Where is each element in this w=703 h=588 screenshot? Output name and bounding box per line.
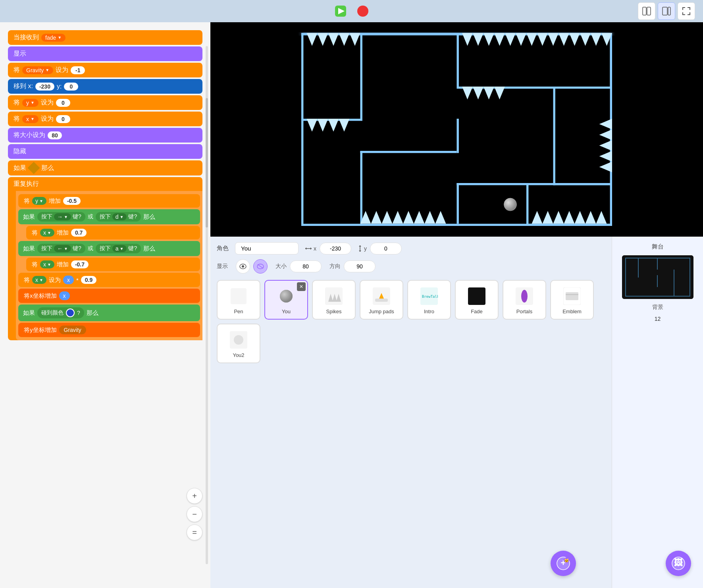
dir-input[interactable]	[344, 260, 376, 272]
bottom-section: 角色 x	[210, 237, 703, 588]
dropdown-y-var[interactable]: y ▼	[32, 197, 46, 205]
block-value-neg07[interactable]: -0.7	[71, 260, 89, 268]
add-stage-button[interactable]: 🖼	[666, 551, 691, 576]
svg-point-103	[234, 335, 243, 345]
add-stage-icon: 🖼	[671, 556, 686, 571]
block-set-x-mult[interactable]: 将 x ▼ 设为 x * 0.9	[18, 273, 200, 287]
block-dropdown-gravity[interactable]: Gravity ▼	[22, 66, 53, 74]
block-change-x-neg07[interactable]: 将 x ▼ 增加 -0.7	[26, 258, 200, 271]
sprite-card-you2[interactable]: You2	[217, 324, 260, 363]
block-value-y0[interactable]: 0	[56, 99, 70, 107]
block-if-color[interactable]: 如果 碰到颜色 ? 那么	[18, 305, 200, 321]
block-change-x-07[interactable]: 将 x ▼ 增加 0.7	[26, 226, 200, 239]
key-a-condition[interactable]: 按下 a▼ 键?	[96, 244, 141, 253]
block-set-y[interactable]: 将 y ▼ 设为 0	[8, 95, 202, 110]
fade-icon	[466, 285, 487, 307]
you-label: You	[282, 308, 291, 314]
zoom-out-button[interactable]: −	[187, 506, 202, 522]
sprite-card-fade[interactable]: Fade	[455, 280, 499, 320]
block-set-size[interactable]: 将大小设为 80	[8, 128, 202, 143]
key-d-condition[interactable]: 按下 d▼ 键?	[96, 212, 141, 222]
sprite-card-spikes[interactable]: Spikes	[312, 280, 356, 320]
block-repeat-header[interactable]: 重复执行	[8, 177, 202, 191]
toolbar-center	[331, 2, 372, 20]
split-view-button[interactable]	[638, 2, 655, 20]
block-show[interactable]: 显示	[8, 46, 202, 61]
svg-marker-79	[359, 251, 361, 252]
block-text-will: 将	[13, 115, 20, 123]
dropdown-x-var2[interactable]: x ▼	[40, 260, 54, 268]
stop-button[interactable]	[354, 2, 372, 20]
eye-hide-button[interactable]	[253, 259, 268, 274]
block-value-x0[interactable]: 0	[56, 115, 70, 123]
sprite-delete-button[interactable]: ✕	[297, 282, 306, 291]
block-if-diamond[interactable]: 如果 那么	[8, 160, 202, 175]
sprite-card-intro[interactable]: BrewTalkr Intro	[407, 280, 451, 320]
block-value-neg05[interactable]: -0.5	[63, 197, 81, 205]
intro-icon: BrewTalkr	[418, 285, 440, 307]
block-oval-x2: x	[59, 291, 70, 300]
size-label: 大小	[275, 263, 287, 270]
scrollbar-thumb[interactable]	[206, 98, 208, 227]
svg-text:BrewTalkr: BrewTalkr	[422, 295, 438, 299]
jumppads-icon	[371, 285, 392, 307]
sprite-card-jumppads[interactable]: Jump pads	[360, 280, 403, 320]
block-value-gravity[interactable]: -1	[71, 66, 85, 74]
block-add-x-coord[interactable]: 将x坐标增加 x	[18, 289, 200, 303]
x-coord-input[interactable]	[320, 243, 351, 254]
block-set-x[interactable]: 将 x ▼ 设为 0	[8, 112, 202, 126]
svg-rect-87	[325, 287, 343, 305]
touch-color-condition[interactable]: 碰到颜色 ?	[37, 307, 84, 318]
key-right-condition[interactable]: 按下 →▼ 键?	[37, 212, 85, 222]
block-value-y[interactable]: 0	[64, 83, 78, 91]
block-value-09[interactable]: 0.9	[81, 276, 96, 284]
block-if-right[interactable]: 如果 按下 →▼ 键? 或 按下 d▼ 键? 那么	[18, 209, 200, 224]
block-value-x[interactable]: -230	[35, 83, 54, 91]
block-set-gravity[interactable]: 将 Gravity ▼ 设为 -1	[8, 63, 202, 77]
dropdown-x-var3[interactable]: x ▼	[32, 276, 46, 284]
block-move-to[interactable]: 移到 x: -230 y: 0	[8, 79, 202, 94]
svg-text:🐱: 🐱	[564, 558, 569, 563]
color-swatch-blue[interactable]	[66, 308, 75, 317]
sprites-grid: Pen ✕	[217, 280, 605, 363]
code-scroll[interactable]: 当接收到 fade ▼ 显示 将 Gravity ▼ 设为 -1	[0, 22, 210, 588]
size-input[interactable]	[290, 260, 322, 272]
sprite-card-portals[interactable]: Portals	[503, 280, 546, 320]
svg-marker-76	[305, 247, 306, 250]
show-label: 显示	[217, 263, 228, 270]
code-panel: 当接收到 fade ▼ 显示 将 Gravity ▼ 设为 -1	[0, 22, 210, 588]
sprite-card-pen[interactable]: Pen	[217, 280, 260, 320]
zoom-in-button[interactable]: +	[187, 488, 202, 504]
arrow-x-icon	[305, 246, 312, 251]
block-value-size[interactable]: 80	[48, 131, 62, 139]
sprite-card-emblem[interactable]: Emblem	[550, 280, 594, 320]
sprite-card-you[interactable]: ✕	[264, 280, 308, 320]
block-dropdown-y[interactable]: y ▼	[22, 99, 39, 107]
dropdown-x-var[interactable]: x ▼	[40, 229, 54, 237]
key-left-condition[interactable]: 按下 ←▼ 键?	[37, 244, 85, 253]
block-dropdown-x[interactable]: x ▼	[22, 115, 39, 123]
fullscreen-button[interactable]	[678, 2, 695, 20]
svg-rect-109	[638, 258, 639, 278]
y-coord-input[interactable]	[370, 243, 402, 254]
block-dropdown-fade[interactable]: fade ▼	[41, 34, 65, 42]
eye-show-button[interactable]	[236, 259, 250, 274]
block-event-receive[interactable]: 当接收到 fade ▼	[8, 30, 202, 45]
stage-thumbnail[interactable]	[622, 255, 693, 299]
stage-panel-title: 舞台	[618, 243, 697, 251]
block-if-left[interactable]: 如果 按下 ←▼ 键? 或 按下 a▼ 键? 那么	[18, 241, 200, 256]
block-value-07[interactable]: 0.7	[71, 229, 87, 237]
sprite-name-input[interactable]	[235, 242, 299, 254]
side-view-button[interactable]	[658, 2, 675, 20]
add-sprite-button[interactable]: + 🐱	[551, 551, 576, 576]
zoom-fit-button[interactable]: =	[187, 524, 202, 540]
svg-rect-100	[566, 292, 578, 300]
block-add-y-gravity[interactable]: 将y坐标增加 Gravity	[18, 323, 200, 337]
svg-rect-107	[690, 258, 690, 297]
game-canvas	[210, 22, 703, 237]
block-change-y[interactable]: 将 y ▼ 增加 -0.5	[18, 194, 200, 208]
svg-rect-24	[526, 224, 612, 226]
block-hide[interactable]: 隐藏	[8, 144, 202, 159]
green-flag-button[interactable]	[331, 2, 350, 20]
svg-rect-110	[657, 258, 658, 270]
